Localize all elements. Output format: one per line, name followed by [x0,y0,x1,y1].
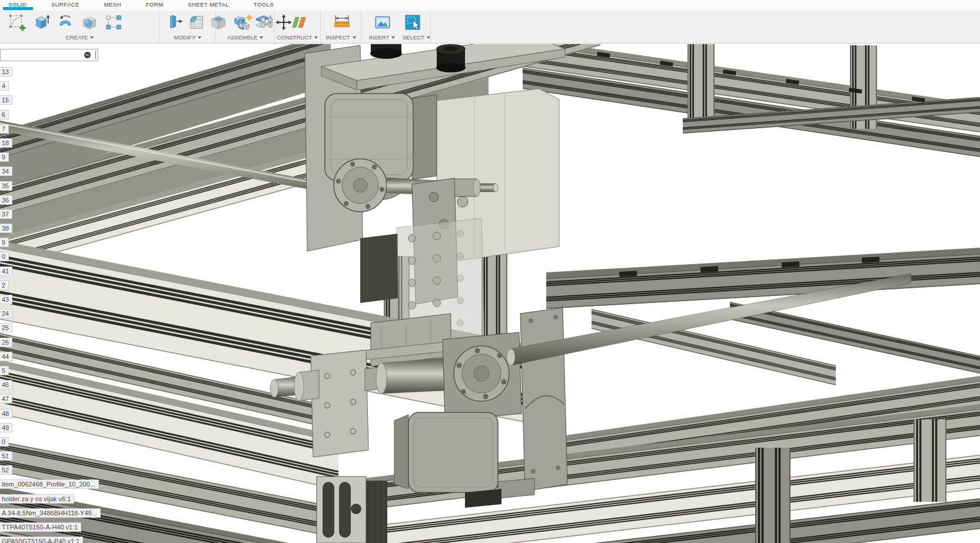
ribbon-tab[interactable]: FORM [146,0,164,8]
browser-item[interactable]: 43 [0,295,12,304]
toolbar-group-icons [275,11,320,34]
browser-item[interactable]: 13 [0,67,12,76]
browser-item[interactable]: item_0062468_Profile_10_200... [0,479,99,489]
ribbon-tab-bar: SOLIDSURFACEMESHFORMSHEET METALTOOLS [0,0,980,11]
hole-icon[interactable] [79,12,99,32]
browser-item[interactable]: 18 [0,138,12,148]
extrude-icon[interactable] [31,12,51,32]
toolbar-group-label[interactable]: MODIFY [160,34,215,41]
toolbar-group: MODIFY [160,11,216,43]
browser-item[interactable]: TTPA40T5150-A-H40 v1:1 [0,522,81,532]
dropdown-caret-icon [260,36,263,39]
browser-item[interactable]: 6 [0,110,9,119]
browser-item[interactable]: 52 [0,465,12,475]
browser-item[interactable]: A 34-8,5Nm_3486BHH118-Y49... [0,508,101,518]
browser-item[interactable]: 0 [0,437,9,447]
toolbar-group-icons [321,11,361,34]
shaft-coupler-black[interactable] [370,44,402,59]
construct-plane-icon[interactable] [289,12,309,32]
select-icon[interactable] [403,12,423,32]
toolbar-group-label[interactable]: CREATE [0,34,160,41]
toolbar-group-icons [0,11,160,34]
toolbar-group: INSERT [361,11,403,43]
toolbar-group: SELECT [403,11,431,43]
browser-item[interactable]: 5 [0,366,9,375]
bearing-bracket-plate [311,350,368,457]
dropdown-caret-icon [427,36,430,39]
dropdown-caret-icon [314,36,318,39]
browser-item[interactable]: 41 [0,266,12,276]
side-plate [520,308,567,491]
browser-item[interactable]: 15 [0,95,12,105]
toolbar-group-label[interactable]: SELECT [403,34,430,41]
fusion-app-window: SOLIDSURFACEMESHFORMSHEET METALTOOLS CRE… [0,0,980,543]
browser-item[interactable]: 44 [0,352,12,361]
dropdown-caret-icon [198,36,201,39]
revolve-icon[interactable] [55,12,75,32]
browser-item[interactable]: 38 [0,224,12,233]
create-sketch-icon[interactable] [7,12,27,32]
search-input[interactable] [1,51,84,59]
fillet-icon[interactable] [188,12,205,32]
toolbar-group-icons [403,11,430,34]
toolbar-group: CONSTRUCT [275,11,321,43]
browser-item[interactable]: 25 [0,323,12,332]
new-component-icon[interactable] [236,12,254,32]
browser-item[interactable]: 9 [0,238,9,247]
browser-item[interactable]: 4 [0,81,9,91]
ribbon-toolbar: CREATE MODIFY ASSEMBLE CONSTRUCT [0,11,980,44]
stepper-motor-lower[interactable] [394,412,498,492]
browser-item[interactable]: 37 [0,209,12,219]
toolbar-group-icons [216,11,274,34]
extrusion-end-profile[interactable] [317,477,387,543]
toolbar-group-label[interactable]: ASSEMBLE [216,34,274,41]
toolbar-group-label[interactable]: INSERT [361,34,403,41]
joint-icon[interactable] [258,12,275,32]
dropdown-caret-icon [353,36,356,39]
text-cursor-icon [95,51,97,59]
ribbon-tab[interactable]: TOOLS [254,0,274,8]
bearing-flange-upper[interactable] [334,159,387,212]
browser-item[interactable]: GPA50GT5150-A-P40 v1:1 [0,537,83,543]
rectangular-pattern-icon[interactable] [104,12,124,32]
browser-item[interactable]: 47 [0,394,12,404]
browser-tree: 1341567189343536373890412432425264454647… [0,67,101,543]
browser-item[interactable]: 2 [0,281,9,290]
shaft-coupler-black-2[interactable] [436,44,466,72]
browser-item[interactable]: 24 [0,309,12,318]
press-pull-icon[interactable] [166,12,184,32]
ribbon-tab[interactable]: SOLID [8,0,26,8]
browser-search[interactable] [0,49,98,61]
browser-item[interactable]: 35 [0,181,12,191]
browser-item[interactable]: 48 [0,409,12,418]
toolbar-group: ASSEMBLE [216,11,275,43]
browser-item[interactable]: 9 [0,152,9,162]
toolbar-group-icons [361,11,403,34]
ribbon-tab[interactable]: SURFACE [51,0,79,8]
toolbar-group-label[interactable]: CONSTRUCT [275,34,320,41]
viewport-canvas[interactable] [0,44,980,543]
browser-item[interactable]: 0 [0,252,9,261]
viewport-3d[interactable]: 1341567189343536373890412432425264454647… [0,44,980,543]
browser-item[interactable]: 51 [0,451,12,461]
clear-filter-icon[interactable] [84,52,91,58]
toolbar-group: CREATE [0,11,160,43]
browser-item[interactable]: holder za y os vijak v6:1 [0,494,74,504]
dropdown-caret-icon [391,36,395,39]
toolbar-group: INSPECT [321,11,361,43]
toolbar-group-icons [160,11,215,34]
measure-icon[interactable] [332,12,352,32]
browser-item[interactable]: 49 [0,423,12,432]
browser-item[interactable]: 46 [0,380,12,389]
ribbon-tab[interactable]: SHEET METAL [188,0,229,8]
browser-item[interactable]: 34 [0,166,12,176]
toolbar-group-label[interactable]: INSPECT [321,34,361,41]
bearing-flange-lower[interactable] [454,346,509,401]
dropdown-caret-icon [90,36,94,39]
browser-item[interactable]: 26 [0,338,12,347]
ribbon-tab[interactable]: MESH [104,0,121,8]
insert-image-icon[interactable] [373,12,393,32]
browser-item[interactable]: 7 [0,124,9,134]
browser-item[interactable]: 36 [0,195,12,205]
